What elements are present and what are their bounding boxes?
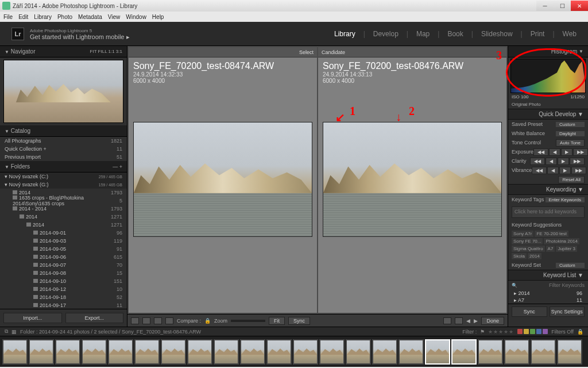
menu-help[interactable]: Help: [152, 14, 164, 20]
select-image[interactable]: [133, 122, 312, 237]
compare-view-icon[interactable]: [154, 317, 162, 324]
keywording-header[interactable]: Keywording ▼: [508, 184, 588, 195]
folder-item[interactable]: 20141271: [0, 213, 127, 221]
catalog-header[interactable]: ▼ Catalog: [0, 125, 127, 137]
keyword-input[interactable]: Click here to add keywords: [512, 206, 585, 218]
swap-icon[interactable]: [443, 317, 451, 324]
module-print[interactable]: Print: [531, 30, 545, 38]
folder-item[interactable]: 2014-09-0196: [0, 229, 127, 237]
module-map[interactable]: Map: [416, 30, 430, 38]
filmstrip[interactable]: [0, 336, 588, 367]
folder-item[interactable]: 2014-09-1852: [0, 293, 127, 301]
folder-item[interactable]: 2014-09-06615: [0, 253, 127, 261]
catalog-item[interactable]: Quick Collection +11: [0, 145, 127, 153]
filmstrip-thumb[interactable]: [319, 339, 345, 365]
keyword-suggestion[interactable]: Sony A7r: [512, 231, 533, 237]
menu-view[interactable]: View: [108, 14, 121, 20]
export-button[interactable]: Export...: [65, 313, 124, 323]
filmstrip-thumb[interactable]: [399, 339, 424, 365]
menu-library[interactable]: Library: [34, 14, 52, 20]
auto-tone-button[interactable]: Auto Tone: [556, 139, 585, 147]
module-slideshow[interactable]: Slideshow: [481, 30, 513, 38]
next-icon[interactable]: ▶: [474, 318, 478, 324]
filmstrip-thumb[interactable]: [240, 339, 265, 365]
filmstrip-thumb[interactable]: [2, 339, 28, 365]
folder-item[interactable]: 2014-09-0770: [0, 261, 127, 269]
keyword-suggestion[interactable]: FE 70-200 test: [535, 231, 568, 237]
folder-item[interactable]: 2014-09-10151: [0, 277, 127, 285]
filmstrip-thumb[interactable]: [214, 339, 239, 365]
select-tab-label[interactable]: Select: [299, 49, 314, 55]
import-button[interactable]: Import...: [3, 313, 62, 323]
folder-item[interactable]: 2014-09-03119: [0, 237, 127, 245]
folder-item[interactable]: 2014-09-1210: [0, 285, 127, 293]
filmstrip-thumb[interactable]: [557, 339, 582, 365]
keyword-list-item[interactable]: ▸ A711: [508, 297, 588, 304]
keyword-set-value[interactable]: Custom: [556, 263, 585, 268]
keywordlist-header[interactable]: Keyword List ▼: [508, 270, 588, 281]
navigator-header[interactable]: ▼ Navigator FIT FILL 1:1 3:1: [0, 46, 127, 57]
menu-file[interactable]: File: [3, 14, 13, 20]
filmstrip-thumb[interactable]: [531, 339, 556, 365]
second-window-icon[interactable]: ⧉: [5, 328, 8, 335]
done-button[interactable]: Done: [481, 317, 504, 325]
module-web[interactable]: Web: [563, 30, 577, 38]
folders-header[interactable]: ▼ Folders — +: [0, 161, 127, 172]
navigator-preview[interactable]: [3, 60, 123, 123]
keyword-tags-mode[interactable]: Enter Keywords: [546, 197, 585, 202]
keyword-suggestion[interactable]: Sony FE 70...: [512, 238, 543, 244]
reset-all-button[interactable]: Reset All: [558, 176, 585, 183]
star-filter[interactable]: ★★★★★: [488, 329, 514, 335]
filmstrip-thumb[interactable]: [266, 339, 292, 365]
folder-item[interactable]: 2014-09-1711: [0, 301, 127, 309]
flag-filter-icon[interactable]: ⚑: [480, 329, 485, 335]
sync-metadata-button[interactable]: Sync: [512, 306, 547, 317]
keyword-suggestion[interactable]: Jupiter 3: [556, 246, 577, 252]
candidate-image[interactable]: [323, 122, 502, 237]
prev-icon[interactable]: ◀: [466, 318, 470, 324]
make-select-icon[interactable]: [455, 317, 463, 324]
filmstrip-thumb[interactable]: [451, 339, 477, 365]
filmstrip-thumb[interactable]: [161, 339, 186, 365]
sync-button[interactable]: Sync: [288, 317, 310, 325]
menu-window[interactable]: Window: [126, 14, 146, 20]
filmstrip-thumb[interactable]: [293, 339, 318, 365]
breadcrumb-path[interactable]: Folder : 2014-09-24 41 photos / 2 select…: [20, 329, 201, 335]
filters-off-label[interactable]: Filters Off: [551, 329, 574, 335]
candidate-tab-label[interactable]: Candidate: [322, 49, 345, 55]
identity-main[interactable]: Get started with Lightroom mobile ▸: [30, 34, 130, 40]
drive-header[interactable]: ▾ Nový svazek (G:)159 / 465 GB: [0, 181, 127, 189]
module-develop[interactable]: Develop: [373, 30, 399, 38]
filmstrip-thumb[interactable]: [425, 339, 450, 365]
quickdevelop-header[interactable]: Quick Develop ▼: [508, 109, 588, 120]
keyword-list-item[interactable]: ▸ 201496: [508, 290, 588, 297]
keyword-suggestion[interactable]: Photokina 2014: [544, 238, 579, 244]
histogram-header[interactable]: Histogram ▼: [508, 46, 588, 57]
filmstrip-thumb[interactable]: [187, 339, 212, 365]
filmstrip-thumb[interactable]: [504, 339, 529, 365]
close-button[interactable]: ✕: [571, 1, 588, 11]
keyword-suggestion[interactable]: Skola: [512, 253, 527, 259]
filmstrip-thumb[interactable]: [372, 339, 397, 365]
color-filter[interactable]: [517, 329, 548, 334]
folder-item[interactable]: 20141271: [0, 221, 127, 229]
maximize-button[interactable]: ☐: [554, 1, 571, 11]
minimize-button[interactable]: ─: [536, 1, 554, 11]
survey-view-icon[interactable]: [165, 317, 173, 324]
sync-settings-button[interactable]: Sync Settings: [550, 306, 585, 317]
filmstrip-thumb[interactable]: [82, 339, 107, 365]
keyword-suggestion[interactable]: A7: [546, 246, 555, 252]
filter-lock-icon[interactable]: 🔒: [577, 329, 583, 335]
filmstrip-thumb[interactable]: [478, 339, 503, 365]
folder-item[interactable]: 2014-09-0591: [0, 245, 127, 253]
fit-button[interactable]: Fit: [269, 317, 285, 325]
loupe-view-icon[interactable]: [142, 317, 150, 324]
filmstrip-thumb[interactable]: [29, 339, 54, 365]
catalog-item[interactable]: All Photographs1821: [0, 137, 127, 145]
folder-item[interactable]: 1635 crops - Blog\Photokina 2014\Sony\16…: [0, 197, 127, 205]
drive-header[interactable]: ▾ Nový svazek (C:)259 / 465 GB: [0, 172, 127, 181]
histogram[interactable]: [510, 59, 586, 93]
filmstrip-thumb[interactable]: [346, 339, 371, 365]
keyword-suggestion[interactable]: Sigma Quattro: [512, 246, 545, 252]
catalog-item[interactable]: Previous Import51: [0, 153, 127, 161]
